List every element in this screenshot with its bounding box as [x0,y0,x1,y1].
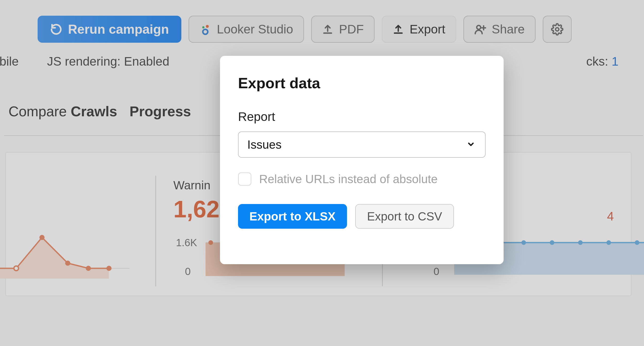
report-field-label: Report [238,110,486,124]
export-popover: Export data Report Issues Relative URLs … [220,56,504,264]
export-xlsx-button[interactable]: Export to XLSX [238,204,347,229]
report-select-value: Issues [247,138,282,152]
popover-actions: Export to XLSX Export to CSV [238,204,486,229]
relative-urls-checkbox[interactable] [238,172,251,186]
export-csv-button[interactable]: Export to CSV [355,204,454,229]
report-select[interactable]: Issues [238,131,486,158]
relative-urls-label: Relative URLs instead of absolute [259,172,438,186]
popover-title: Export data [238,74,486,92]
chevron-down-icon [467,138,475,152]
relative-urls-row[interactable]: Relative URLs instead of absolute [238,172,486,186]
